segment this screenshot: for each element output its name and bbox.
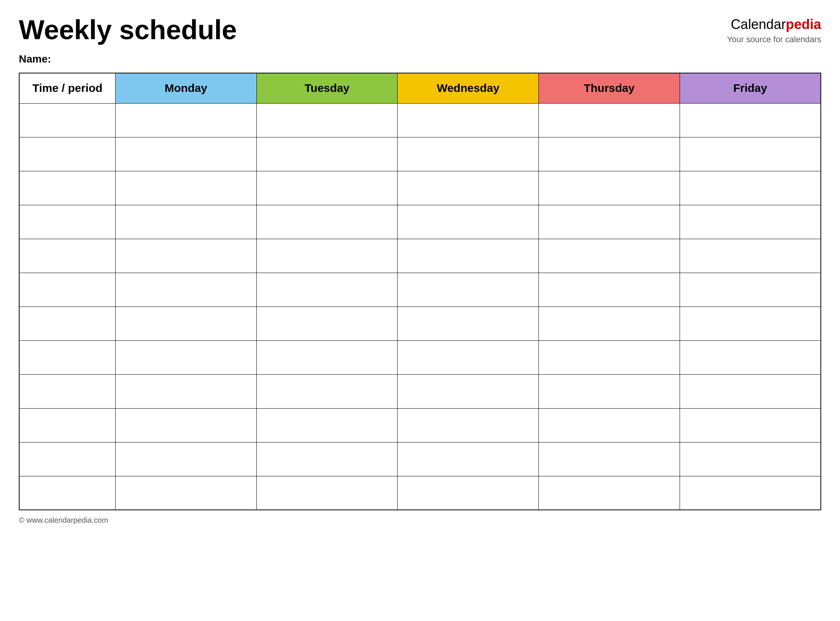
- copyright-text: © www.calendarpedia.com: [19, 516, 108, 524]
- table-cell[interactable]: [539, 374, 680, 408]
- table-row: [19, 476, 821, 510]
- table-cell[interactable]: [256, 408, 398, 442]
- table-cell[interactable]: [539, 137, 680, 171]
- table-cell[interactable]: [398, 340, 539, 374]
- table-cell[interactable]: [115, 171, 256, 205]
- table-cell[interactable]: [256, 171, 398, 205]
- table-cell[interactable]: [539, 408, 680, 442]
- table-cell[interactable]: [19, 273, 115, 307]
- brand-calendar-text: Calendar: [731, 17, 786, 32]
- table-cell[interactable]: [398, 103, 539, 137]
- page-header: Weekly schedule Calendarpedia Your sourc…: [19, 15, 821, 46]
- schedule-table: Time / period Monday Tuesday Wednesday T…: [19, 73, 821, 510]
- table-cell[interactable]: [539, 340, 680, 374]
- table-cell[interactable]: [680, 476, 821, 510]
- table-row: [19, 171, 821, 205]
- table-cell[interactable]: [115, 273, 256, 307]
- table-cell[interactable]: [539, 239, 680, 273]
- table-cell[interactable]: [19, 205, 115, 239]
- table-cell[interactable]: [19, 239, 115, 273]
- header-row: Time / period Monday Tuesday Wednesday T…: [19, 73, 821, 103]
- table-cell[interactable]: [115, 442, 256, 476]
- header-time: Time / period: [19, 73, 115, 103]
- table-cell[interactable]: [256, 307, 398, 340]
- table-cell[interactable]: [680, 171, 821, 205]
- table-cell[interactable]: [680, 442, 821, 476]
- table-cell[interactable]: [256, 273, 398, 307]
- table-cell[interactable]: [680, 273, 821, 307]
- table-cell[interactable]: [680, 137, 821, 171]
- brand-name: Calendarpedia: [727, 15, 821, 34]
- table-cell[interactable]: [115, 374, 256, 408]
- table-cell[interactable]: [398, 374, 539, 408]
- table-row: [19, 374, 821, 408]
- table-row: [19, 408, 821, 442]
- table-cell[interactable]: [115, 205, 256, 239]
- brand-pedia-text: pedia: [786, 17, 821, 32]
- table-cell[interactable]: [19, 476, 115, 510]
- table-cell[interactable]: [680, 239, 821, 273]
- page-title: Weekly schedule: [19, 15, 237, 45]
- table-cell[interactable]: [539, 103, 680, 137]
- table-cell[interactable]: [398, 239, 539, 273]
- table-cell[interactable]: [19, 340, 115, 374]
- table-cell[interactable]: [680, 374, 821, 408]
- table-cell[interactable]: [680, 408, 821, 442]
- table-cell[interactable]: [19, 103, 115, 137]
- table-cell[interactable]: [256, 340, 398, 374]
- name-label: Name:: [19, 53, 821, 65]
- table-cell[interactable]: [398, 205, 539, 239]
- table-row: [19, 273, 821, 307]
- table-cell[interactable]: [19, 442, 115, 476]
- table-row: [19, 239, 821, 273]
- table-body: [19, 103, 821, 510]
- header-wednesday: Wednesday: [398, 73, 539, 103]
- table-cell[interactable]: [19, 408, 115, 442]
- table-cell[interactable]: [539, 442, 680, 476]
- table-cell[interactable]: [539, 273, 680, 307]
- table-cell[interactable]: [539, 307, 680, 340]
- table-cell[interactable]: [256, 103, 398, 137]
- table-cell[interactable]: [19, 374, 115, 408]
- table-cell[interactable]: [680, 103, 821, 137]
- table-cell[interactable]: [115, 476, 256, 510]
- table-cell[interactable]: [539, 476, 680, 510]
- table-cell[interactable]: [680, 307, 821, 340]
- table-cell[interactable]: [398, 476, 539, 510]
- header-tuesday: Tuesday: [256, 73, 398, 103]
- brand-logo: Calendarpedia Your source for calendars: [727, 15, 821, 46]
- table-cell[interactable]: [115, 137, 256, 171]
- table-cell[interactable]: [19, 137, 115, 171]
- table-cell[interactable]: [398, 442, 539, 476]
- table-cell[interactable]: [398, 273, 539, 307]
- table-row: [19, 103, 821, 137]
- table-cell[interactable]: [19, 171, 115, 205]
- table-cell[interactable]: [115, 307, 256, 340]
- header-friday: Friday: [680, 73, 821, 103]
- header-thursday: Thursday: [539, 73, 680, 103]
- table-cell[interactable]: [19, 307, 115, 340]
- table-cell[interactable]: [256, 476, 398, 510]
- table-cell[interactable]: [539, 205, 680, 239]
- table-row: [19, 205, 821, 239]
- table-row: [19, 137, 821, 171]
- table-cell[interactable]: [398, 408, 539, 442]
- brand-tagline: Your source for calendars: [727, 34, 821, 46]
- table-cell[interactable]: [256, 374, 398, 408]
- table-cell[interactable]: [680, 340, 821, 374]
- table-cell[interactable]: [256, 205, 398, 239]
- table-cell[interactable]: [256, 239, 398, 273]
- table-cell[interactable]: [115, 408, 256, 442]
- table-cell[interactable]: [115, 239, 256, 273]
- table-cell[interactable]: [256, 442, 398, 476]
- table-cell[interactable]: [115, 103, 256, 137]
- table-header: Time / period Monday Tuesday Wednesday T…: [19, 73, 821, 103]
- table-cell[interactable]: [398, 171, 539, 205]
- table-cell[interactable]: [398, 137, 539, 171]
- table-cell[interactable]: [115, 340, 256, 374]
- table-cell[interactable]: [539, 171, 680, 205]
- table-cell[interactable]: [398, 307, 539, 340]
- table-cell[interactable]: [680, 205, 821, 239]
- table-cell[interactable]: [256, 137, 398, 171]
- table-row: [19, 340, 821, 374]
